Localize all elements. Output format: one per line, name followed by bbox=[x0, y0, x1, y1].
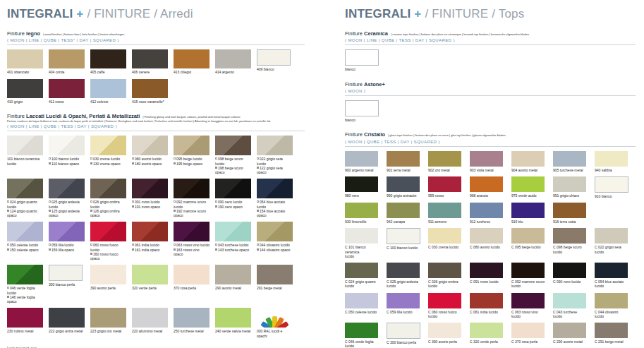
swatch-label-line: lucido bbox=[387, 284, 420, 288]
swatch-label: 905 turchese metal bbox=[553, 168, 586, 172]
section-divider bbox=[7, 44, 305, 45]
swatch-label: 370 rosa perla bbox=[174, 286, 209, 290]
opaco-marker-icon bbox=[257, 167, 259, 169]
finish-swatch: 990 grigio antracite bbox=[387, 176, 420, 198]
swatch-label-line: 230 rubino metal bbox=[7, 329, 43, 333]
swatch-label-line: 026 grigio ombra lucido bbox=[90, 200, 126, 209]
swatch-label: 095 beige lucido195 beige opaco bbox=[174, 157, 209, 166]
swatch-label: 061 india lucido161 india opaco bbox=[132, 243, 168, 252]
swatch-color bbox=[90, 136, 126, 155]
finish-swatch: 900 argento metal bbox=[345, 151, 378, 172]
swatch-label: C 320 verde perla bbox=[470, 340, 503, 344]
sections-tops: Finiture Ceramica | ceramic tops finishe… bbox=[345, 30, 636, 348]
section-translations: | glass tops finishes | finitions des pl… bbox=[387, 133, 506, 137]
swatch-row: C 024 grigio quarzolucidoC 025 grigio ar… bbox=[345, 263, 636, 289]
swatch-label-line: C 100 bianco lucido bbox=[387, 246, 420, 250]
swatch-label-line: lucido bbox=[511, 284, 545, 288]
swatch-color bbox=[387, 228, 420, 244]
swatch-color bbox=[90, 222, 126, 241]
finish-swatch: 930 limoncillo bbox=[345, 203, 378, 224]
finish-swatch: 022 grigio seta lucido122 grigio seta op… bbox=[257, 136, 293, 174]
swatch-label-line: bianco bbox=[345, 67, 378, 71]
finish-swatch: 405 caffè bbox=[90, 49, 126, 74]
swatch-label-line: 098 beige scuro lucido bbox=[215, 157, 251, 166]
swatch-label: 900 argento metal bbox=[345, 168, 378, 172]
section-title-laccati: Finiture Laccati Lucidi & Opachi, Perlat… bbox=[7, 113, 305, 119]
finish-swatch: 975 verde acido bbox=[511, 176, 545, 198]
swatch-label-line: C 050 celeste lucido bbox=[345, 310, 378, 314]
swatch-label-line: 025 grigio ardesia lucido bbox=[49, 200, 85, 209]
swatch-label: 405 caffè bbox=[90, 70, 126, 74]
swatch-label: 910 bianco bbox=[595, 194, 628, 198]
swatch-color bbox=[553, 151, 586, 167]
swatch-row: 980 nero990 grigio antracite959 rosso968… bbox=[345, 176, 636, 198]
page-title-path: / FINITURE / Arredi bbox=[87, 7, 193, 20]
finish-swatch: C 080 avorio lucido bbox=[470, 228, 503, 258]
swatch-label: bianco bbox=[345, 67, 378, 71]
swatch-label-line: 046 verde foglia lucido bbox=[7, 286, 43, 295]
swatch-label: 401 sbiancato bbox=[7, 70, 43, 74]
swatch-row: 401 sbiancato404 corda405 caffè406 cener… bbox=[7, 49, 305, 74]
opaco-marker-icon bbox=[132, 205, 134, 208]
swatch-label: 942 canapa bbox=[387, 220, 420, 224]
finish-swatch: 100 bianco lucido110 bianco opaco bbox=[49, 136, 85, 174]
swatch-label-line: 161 india opaco bbox=[132, 248, 168, 252]
swatch-label: 090 nero lucido190 nero opaco bbox=[215, 200, 251, 209]
swatch-label: 054 blue acciaio lucido154 blue acciaio … bbox=[257, 200, 293, 217]
swatch-label: C 060 rosso fuoco lucido bbox=[428, 310, 461, 319]
swatch-color bbox=[511, 203, 545, 218]
finish-swatch: C 054 blue acciaiolucido bbox=[595, 263, 628, 289]
finish-swatch: 291 beige metal bbox=[257, 265, 293, 304]
swatch-color bbox=[90, 49, 126, 68]
swatch-row: C 050 celeste lucidoC 059 lilla lucidoC … bbox=[345, 293, 636, 319]
swatch-color bbox=[387, 176, 420, 192]
swatch-color bbox=[553, 263, 586, 278]
swatch-label: 290 avorio metal bbox=[215, 286, 251, 290]
swatch-color bbox=[90, 179, 126, 198]
swatch-label: 940 sabbia bbox=[595, 168, 628, 172]
swatch-row: 900 argento metal901 terra metal902 oro … bbox=[345, 151, 636, 172]
swatch-label: 223 grigio oro metal bbox=[90, 329, 126, 333]
swatch-label-line: 390 avorio perla bbox=[90, 286, 126, 290]
swatch-color bbox=[132, 49, 168, 68]
swatch-color bbox=[428, 203, 461, 218]
finish-swatch: 250 turchese metal bbox=[174, 308, 209, 338]
swatch-label: 024 grigio quarzo lucido124 grigio quarz… bbox=[7, 200, 43, 217]
swatch-label: C 050 celeste lucido bbox=[345, 310, 378, 314]
swatch-label-line: 250 turchese metal bbox=[174, 329, 209, 333]
swatch-label-line: C 059 lilla lucido bbox=[387, 310, 420, 314]
swatch-color bbox=[345, 100, 379, 116]
swatch-color bbox=[428, 151, 461, 167]
swatch-label: C 300 bianco perla bbox=[387, 340, 420, 344]
swatch-color bbox=[553, 203, 586, 218]
swatch-label: 240 verde salvia metal bbox=[215, 329, 251, 333]
swatch-label: 101 bianco ceramicalucido bbox=[7, 157, 43, 166]
section-models: ( MOON ) bbox=[345, 89, 636, 93]
swatch-label-line: 122 grigio seta opaco bbox=[257, 166, 293, 175]
section-models: ( MOON | LINE | QUBE | TESS° | DAY | SQU… bbox=[7, 38, 305, 42]
swatch-color bbox=[174, 49, 209, 68]
swatch-label: 300 bianco perla bbox=[49, 282, 85, 287]
swatch-color bbox=[132, 79, 168, 98]
swatch-color bbox=[132, 136, 168, 155]
swatch-label: C 026 grigio ombralucido bbox=[428, 280, 461, 289]
swatch-label: C 098 beige scurolucido bbox=[553, 245, 586, 254]
lucido-marker-icon bbox=[132, 200, 134, 203]
lucido-marker-icon bbox=[90, 244, 92, 246]
swatch-label-line: 901 terra metal bbox=[387, 168, 420, 172]
section-astone: Finiture Astone+( MOON )bianco bbox=[345, 81, 636, 123]
swatch-label: 911 azzurro bbox=[428, 220, 461, 224]
swatch-label-line: C 060 rosso fuoco lucido bbox=[428, 310, 461, 319]
swatch-color bbox=[7, 179, 43, 198]
section-title-ceramica: Finiture Ceramica | ceramic tops finishe… bbox=[345, 30, 636, 37]
swatch-label: 230 rubino metal bbox=[7, 329, 43, 333]
finish-swatch: 911 azzurro bbox=[428, 203, 461, 224]
swatch-color bbox=[257, 179, 293, 198]
finish-swatch: 370 rosa perla bbox=[174, 265, 209, 304]
finish-swatch: C 060 rosso fuoco lucido bbox=[428, 293, 461, 319]
swatch-label: 912 turchese bbox=[470, 220, 503, 224]
section-laccati: Finiture Laccati Lucidi & Opachi, Perlat… bbox=[7, 113, 305, 338]
swatch-label: C 090 nero lucido bbox=[553, 280, 586, 284]
lucido-marker-icon bbox=[174, 244, 176, 246]
swatch-color bbox=[428, 228, 461, 244]
